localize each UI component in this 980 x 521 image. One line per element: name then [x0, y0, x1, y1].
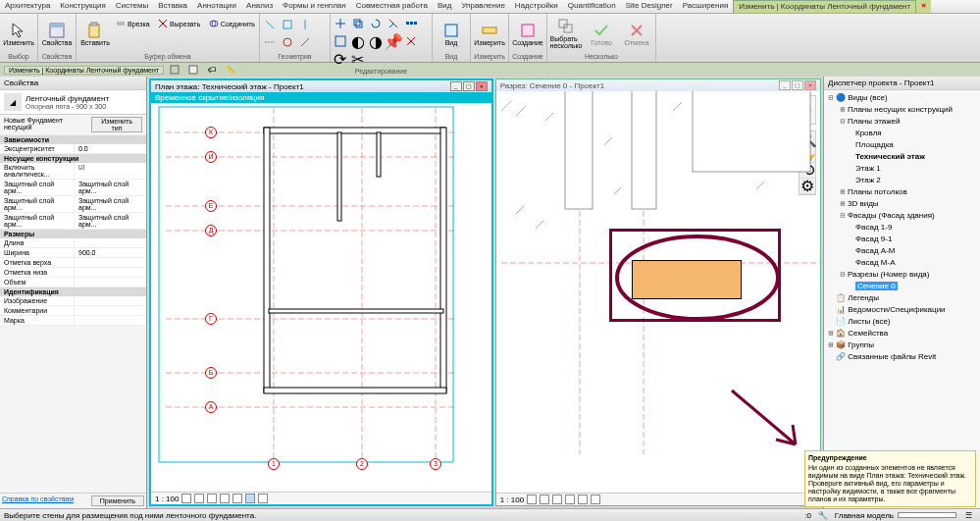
tree-node[interactable]: ⊞3D виды — [826, 198, 978, 210]
tree-node[interactable]: 📄 Листы (все) — [826, 316, 978, 328]
grid-bubble[interactable]: Д — [205, 225, 217, 236]
min-button[interactable]: _ — [450, 81, 462, 91]
cut-geom-button[interactable]: Вырезать — [156, 16, 202, 31]
tab-manage[interactable]: Управление — [456, 0, 509, 13]
sun-path-button[interactable] — [552, 495, 562, 504]
tab-addins[interactable]: Надстройки — [510, 0, 563, 13]
tree-leaf[interactable]: Фасад А-М — [826, 245, 978, 257]
plan-view[interactable]: План этажа: Технический этаж - Проект1 _… — [149, 78, 493, 506]
grid-bubble[interactable]: И — [205, 151, 217, 163]
move-button[interactable] — [333, 16, 348, 31]
geom-tool-1[interactable] — [262, 17, 278, 32]
prop-row[interactable]: Защитный слой арм...Защитный слой арм... — [0, 196, 146, 213]
tree-leaf[interactable]: Фасад 1-9 — [826, 222, 978, 234]
tree-node[interactable]: ⊟🔵 Виды (все) — [826, 92, 978, 104]
paste-button[interactable]: Вставить — [78, 15, 112, 52]
tab-quant[interactable]: Quantification — [563, 0, 621, 13]
grid-bubble[interactable]: Е — [205, 200, 217, 212]
finish-button[interactable]: Готово — [585, 15, 618, 52]
delete-button[interactable] — [403, 33, 419, 49]
create-button[interactable]: Создание — [511, 15, 544, 52]
crop-button[interactable] — [578, 495, 588, 504]
pin-button[interactable]: 📌 — [386, 33, 401, 49]
tab-view[interactable]: Вид — [433, 0, 456, 13]
tree-node[interactable]: ⊞Планы несущих конструкций — [826, 104, 978, 116]
max-button[interactable]: ▢ — [792, 80, 803, 90]
max-button[interactable]: ▢ — [463, 81, 475, 91]
prop-row[interactable]: Ширина900.0 — [0, 248, 146, 258]
prop-row[interactable]: Объем — [0, 278, 146, 287]
prop-row[interactable]: Включить аналитическ...☑ — [0, 163, 146, 180]
tree-node[interactable]: 🔗 Связанные файлы Revit — [826, 351, 978, 363]
plan-canvas[interactable]: К И Е Д Г Б А 1 2 3 — [151, 103, 491, 492]
tab-struct[interactable]: Конструкция — [55, 0, 110, 13]
grid-bubble[interactable]: К — [205, 127, 217, 138]
tab-insert[interactable]: Вставка — [153, 0, 192, 13]
qat-tool-3[interactable]: 🏷 — [204, 62, 220, 78]
tab-modify-context[interactable]: Изменить | Координаты Ленточный фундамен… — [733, 0, 916, 13]
qat-tool-2[interactable] — [185, 62, 201, 78]
tree-node[interactable]: 📋 Легенды — [826, 292, 978, 304]
scale-label[interactable]: 1 : 100 — [500, 495, 524, 504]
close-button[interactable]: × — [476, 81, 488, 91]
prop-row[interactable]: Отметка верха — [0, 258, 146, 268]
tab-close[interactable]: × — [916, 0, 931, 13]
prop-row[interactable]: Эксцентриситет0.0 — [0, 144, 146, 154]
select-multiple-button[interactable]: Выбрать несколько — [549, 15, 583, 52]
tab-arch[interactable]: Архитектура — [0, 0, 55, 13]
grid-bubble[interactable]: Б — [205, 367, 217, 379]
type-selector[interactable]: ◢ Ленточный фундамент Опорная пята - 900… — [0, 90, 146, 115]
cope-button[interactable]: Врезка — [114, 16, 152, 31]
edit-type-button[interactable]: Изменить тип — [91, 117, 142, 132]
prop-row[interactable]: Отметка низа — [0, 268, 146, 278]
tree-node[interactable]: ⊞📦 Группы — [826, 339, 978, 351]
tab-annotate[interactable]: Аннотации — [192, 0, 241, 13]
section-view[interactable]: Разрез: Сечение 0 - Проект1 _ ▢ × 🔍 ✋ ⟲ … — [495, 78, 821, 506]
tree-node[interactable]: 📊 Ведомости/Спецификации — [826, 304, 978, 316]
trim-button[interactable] — [386, 16, 401, 31]
prop-row[interactable]: Марка — [0, 316, 146, 326]
prop-row[interactable]: Длина — [0, 238, 146, 248]
array-button[interactable] — [403, 16, 419, 31]
temp-hide-button[interactable] — [245, 494, 255, 503]
properties-button[interactable]: Свойства — [40, 15, 74, 52]
section-canvas[interactable]: 🔍 ✋ ⟲ ⚙ — [496, 91, 820, 493]
crop-button[interactable] — [232, 494, 242, 503]
workset-button[interactable]: 🔧 — [815, 507, 831, 521]
tree-leaf[interactable]: Площадка — [826, 139, 978, 151]
tree-node[interactable]: ⊟Разрезы (Номер вида) — [826, 269, 978, 281]
scale-label[interactable]: 1 : 100 — [155, 495, 179, 503]
properties-help-link[interactable]: Справка по свойствам — [2, 495, 74, 506]
tree-node[interactable]: ⊟Планы этажей — [826, 116, 978, 128]
view-button[interactable]: Вид — [435, 15, 468, 52]
scale-button[interactable] — [333, 33, 348, 49]
detail-level-button[interactable] — [527, 495, 537, 504]
apply-button[interactable]: Применить — [91, 495, 144, 506]
grid-bubble[interactable]: 2 — [356, 458, 368, 470]
tab-systems[interactable]: Системы — [111, 0, 154, 13]
tree-leaf[interactable]: Фасад М-А — [826, 257, 978, 269]
prop-row[interactable]: Изображение — [0, 296, 146, 306]
tab-ext[interactable]: Расширения — [678, 0, 734, 13]
geom-tool-6[interactable] — [297, 34, 313, 50]
tree-leaf[interactable]: Технический этаж — [826, 151, 978, 163]
warning-popup[interactable]: Предупреждение Ни один из созданных элем… — [804, 450, 976, 507]
tab-site[interactable]: Site Designer — [621, 0, 678, 13]
grid-bubble[interactable]: А — [205, 401, 217, 413]
tree-leaf[interactable]: Кровля — [826, 128, 978, 139]
filter-button[interactable]: ☰ — [960, 507, 976, 521]
prop-row[interactable]: Защитный слой арм...Защитный слой арм... — [0, 180, 146, 196]
geom-tool-4[interactable] — [262, 34, 278, 50]
tab-collab[interactable]: Совместная работа — [351, 0, 433, 13]
reveal-button[interactable] — [591, 495, 600, 504]
tree-node[interactable]: ⊞Планы потолков — [826, 186, 978, 198]
reveal-button[interactable] — [258, 494, 268, 503]
tree-node[interactable]: ⊞🏠 Семейства — [826, 328, 978, 339]
visual-style-button[interactable] — [540, 495, 549, 504]
tree-node[interactable]: ⊟Фасады (Фасад здания) — [826, 210, 978, 222]
tab-massing[interactable]: Формы и генплан — [278, 0, 351, 13]
grid-bubble[interactable]: 1 — [268, 458, 280, 470]
grid-bubble[interactable]: Г — [205, 313, 217, 325]
shadows-button[interactable] — [565, 495, 575, 504]
geom-tool-5[interactable] — [280, 34, 295, 50]
